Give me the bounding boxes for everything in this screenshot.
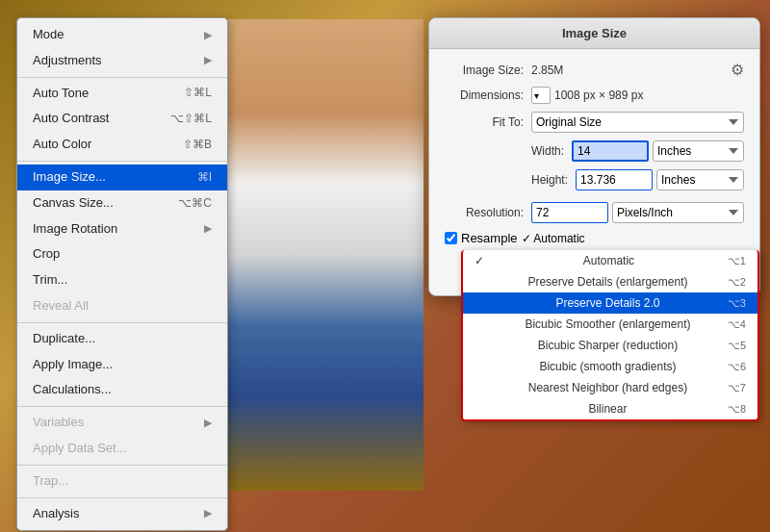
image-size-label: Image Size: xyxy=(445,63,531,77)
menu-item-auto-contrast-shortcut: ⌥⇧⌘L xyxy=(170,110,212,128)
menu-item-image-rotation-arrow: ▶ xyxy=(204,220,212,238)
image-size-row: Image Size: 2.85M ⚙ xyxy=(445,61,744,79)
menu-item-duplicate[interactable]: Duplicate... xyxy=(17,326,227,352)
menu-item-image-size[interactable]: Image Size... ⌘I xyxy=(17,165,227,190)
menu-item-mode-label: Mode xyxy=(33,25,64,45)
resolution-row: Resolution: Pixels/Inch xyxy=(445,202,744,223)
menu-item-variables-arrow: ▶ xyxy=(204,415,212,432)
image-size-value: 2.85M xyxy=(531,63,563,77)
menu-item-canvas-size[interactable]: Canvas Size... ⌥⌘C xyxy=(17,190,227,216)
menu-item-image-size-shortcut: ⌘I xyxy=(197,168,212,187)
menu-item-variables-label: Variables xyxy=(33,413,84,433)
menu-item-trim[interactable]: Trim... xyxy=(17,267,227,293)
resample-option-preserve-details-shortcut: ⌥2 xyxy=(728,276,746,289)
menu-item-analysis[interactable]: Analysis ▶ xyxy=(17,501,227,527)
separator-3 xyxy=(17,322,227,323)
dimensions-label: Dimensions: xyxy=(445,89,531,102)
menu-item-mode-arrow: ▶ xyxy=(204,27,212,44)
width-height-inputs: Width: Inches Height: Inches xyxy=(531,140,744,198)
menu-item-auto-tone-label: Auto Tone xyxy=(33,84,89,104)
menu-item-reveal-all: Reveal All xyxy=(17,293,227,319)
resample-option-bicubic-sharper-shortcut: ⌥5 xyxy=(728,340,746,352)
menu-item-canvas-size-label: Canvas Size... xyxy=(33,193,114,214)
resample-option-bicubic-smoother[interactable]: Bicubic Smoother (enlargement) ⌥4 xyxy=(463,314,757,335)
width-height-group: Width: Inches Height: Inches xyxy=(445,140,744,198)
height-label: Height: xyxy=(531,173,576,187)
menu-item-reveal-all-label: Reveal All xyxy=(33,296,89,317)
width-row: Width: Inches xyxy=(531,140,744,162)
menu-item-auto-tone[interactable]: Auto Tone ⇧⌘L xyxy=(17,81,227,107)
resample-option-bicubic-shortcut: ⌥6 xyxy=(728,361,746,373)
height-input[interactable] xyxy=(576,169,653,190)
resample-option-preserve-details-label: Preserve Details (enlargement) xyxy=(527,275,687,289)
width-label: Width: xyxy=(531,144,572,158)
fit-to-row: Fit To: Original Size xyxy=(445,112,744,133)
menu-item-adjustments-arrow: ▶ xyxy=(204,52,212,69)
menu-item-auto-color-label: Auto Color xyxy=(33,135,91,155)
menu-item-crop-label: Crop xyxy=(33,244,60,265)
menu-item-apply-image-label: Apply Image... xyxy=(33,355,113,375)
gear-icon[interactable]: ⚙ xyxy=(731,61,744,79)
resample-option-nearest-neighbor-shortcut: ⌥7 xyxy=(728,382,746,394)
menu-item-duplicate-label: Duplicate... xyxy=(33,329,95,349)
dimensions-dropdown[interactable]: ▾ xyxy=(531,87,551,104)
height-row: Height: Inches xyxy=(531,169,744,190)
resample-option-preserve-details-2-shortcut: ⌥3 xyxy=(728,297,746,310)
resample-value: ✓ Automatic xyxy=(522,232,585,245)
menu-item-analysis-label: Analysis xyxy=(33,504,79,524)
resolution-input[interactable] xyxy=(531,202,608,223)
menu-item-calculations[interactable]: Calculations... xyxy=(17,377,227,403)
separator-1 xyxy=(17,77,227,78)
menu-item-trap-label: Trap... xyxy=(33,471,68,492)
resample-option-bicubic[interactable]: Bicubic (smooth gradients) ⌥6 xyxy=(463,356,757,377)
resample-checkbox[interactable] xyxy=(445,232,457,244)
menu-item-auto-tone-shortcut: ⇧⌘L xyxy=(184,84,212,102)
resample-option-bicubic-smoother-shortcut: ⌥4 xyxy=(728,318,746,331)
menu-item-calculations-label: Calculations... xyxy=(33,380,112,400)
menu-item-auto-color-shortcut: ⇧⌘B xyxy=(183,136,212,154)
menu-item-mode[interactable]: Mode ▶ xyxy=(17,22,227,48)
menu-item-image-size-label: Image Size... xyxy=(33,167,106,188)
menu-item-crop[interactable]: Crop xyxy=(17,241,227,267)
menu-item-apply-image[interactable]: Apply Image... xyxy=(17,352,227,378)
dialog-body: Image Size: 2.85M ⚙ Dimensions: ▾ 1008 p… xyxy=(429,49,759,295)
separator-4 xyxy=(17,406,227,407)
resample-option-preserve-details-2[interactable]: Preserve Details 2.0 ⌥3 xyxy=(463,292,757,314)
resample-option-bilinear-shortcut: ⌥8 xyxy=(728,403,746,416)
dimensions-value-area: ▾ 1008 px × 989 px xyxy=(531,87,643,104)
resample-option-bicubic-label: Bicubic (smooth gradients) xyxy=(539,360,676,373)
menu-item-auto-color[interactable]: Auto Color ⇧⌘B xyxy=(17,132,227,158)
width-unit-select[interactable]: Inches xyxy=(653,140,744,162)
menu-item-trap: Trap... xyxy=(17,469,227,494)
resample-label: Resample xyxy=(461,231,518,245)
dimensions-row: Dimensions: ▾ 1008 px × 989 px xyxy=(445,87,744,104)
resample-option-preserve-details[interactable]: Preserve Details (enlargement) ⌥2 xyxy=(463,271,757,292)
menu-item-auto-contrast-label: Auto Contrast xyxy=(33,109,110,129)
fit-to-select[interactable]: Original Size xyxy=(531,112,744,133)
resample-option-automatic-label: Automatic xyxy=(583,254,634,267)
resample-option-bilinear[interactable]: Bilinear ⌥8 xyxy=(463,398,757,419)
resolution-label: Resolution: xyxy=(445,206,531,219)
resolution-unit-select[interactable]: Pixels/Inch xyxy=(612,202,744,223)
resample-option-bilinear-label: Bilinear xyxy=(588,402,627,416)
menu-item-analysis-arrow: ▶ xyxy=(204,505,212,522)
width-input[interactable] xyxy=(572,140,649,162)
resample-option-automatic[interactable]: Automatic ⌥1 xyxy=(463,250,757,271)
menu-item-trim-label: Trim... xyxy=(33,270,67,291)
menu-item-adjustments-label: Adjustments xyxy=(33,51,102,71)
menu-item-adjustments[interactable]: Adjustments ▶ xyxy=(17,48,227,74)
menu-item-apply-data-set: Apply Data Set... xyxy=(17,436,227,462)
resample-option-bicubic-smoother-label: Bicubic Smoother (enlargement) xyxy=(525,317,690,331)
resample-option-bicubic-sharper[interactable]: Bicubic Sharper (reduction) ⌥5 xyxy=(463,335,757,356)
resample-option-bicubic-sharper-label: Bicubic Sharper (reduction) xyxy=(538,339,678,352)
resample-option-nearest-neighbor-label: Nearest Neighbor (hard edges) xyxy=(528,381,687,394)
menu-item-variables: Variables ▶ xyxy=(17,410,227,436)
separator-5 xyxy=(17,465,227,466)
height-unit-select[interactable]: Inches xyxy=(656,169,744,190)
image-size-dialog: Image Size Image Size: 2.85M ⚙ Dimension… xyxy=(428,17,760,296)
menu-item-image-rotation[interactable]: Image Rotation ▶ xyxy=(17,216,227,242)
menu-item-canvas-size-shortcut: ⌥⌘C xyxy=(178,194,212,213)
resample-dropdown: Automatic ⌥1 Preserve Details (enlargeme… xyxy=(461,250,759,421)
resample-option-nearest-neighbor[interactable]: Nearest Neighbor (hard edges) ⌥7 xyxy=(463,377,757,398)
menu-item-auto-contrast[interactable]: Auto Contrast ⌥⇧⌘L xyxy=(17,106,227,132)
